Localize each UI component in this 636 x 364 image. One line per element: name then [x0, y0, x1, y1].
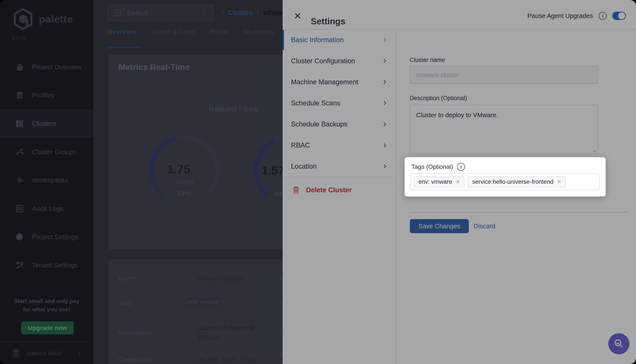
info-description-line1: Cluster to deploy to — [198, 324, 255, 332]
cpu-value: 1.75 — [167, 162, 190, 176]
pause-agent-upgrades-row: Pause Agent Upgrades i — [527, 10, 626, 22]
tab-usage-costs[interactable]: Usage & Costs — [151, 28, 195, 38]
resize-handle-icon[interactable] — [592, 148, 596, 152]
menu-item-basic-information[interactable]: Basic Information — [283, 30, 396, 50]
info-tags-label: Tags — [118, 299, 132, 306]
tag-text: service:hello-universe-frontend — [472, 178, 553, 185]
description-label: Description (Optional) — [410, 95, 467, 102]
menu-item-schedule-scans[interactable]: Schedule Scans — [283, 93, 396, 114]
breadcrumb-clusters-link[interactable]: Clusters — [228, 9, 252, 16]
tab-workloads[interactable]: Workloads — [243, 28, 274, 38]
breadcrumb-separator: / — [257, 8, 259, 17]
sidebar-item-label: Workspaces — [32, 176, 68, 184]
settings-title: Settings — [311, 16, 346, 26]
sidebar-item-project-settings[interactable]: Project Settings — [0, 222, 93, 251]
project-icon — [114, 9, 122, 17]
menu-item-location[interactable]: Location — [283, 156, 396, 177]
close-icon[interactable]: ✕ — [291, 10, 304, 22]
cluster-name-input[interactable] — [410, 66, 598, 84]
chevron-right-icon — [382, 164, 388, 169]
sidebar-item-label: Audit Logs — [32, 205, 63, 212]
sidebar-item-profiles[interactable]: Profiles — [0, 81, 93, 109]
brand-logo: palette — [12, 8, 73, 30]
sidebar-item-label: Project Settings — [32, 233, 78, 240]
delete-cluster-button[interactable]: Delete Cluster — [292, 183, 352, 198]
info-name-label: Name — [118, 275, 136, 282]
tags-input[interactable]: env: vmware ✕ service:hello-universe-fro… — [411, 174, 599, 190]
discard-link[interactable]: Discard — [474, 222, 495, 230]
menu-section-divider — [283, 177, 396, 178]
menu-divider-vertical — [396, 30, 396, 364]
tab-overview[interactable]: Overview — [108, 28, 137, 38]
sidebar-item-clusters[interactable]: Clusters — [0, 109, 93, 138]
tag-text: env: vmware — [418, 178, 452, 185]
profiles-icon — [15, 91, 24, 100]
project-selector[interactable]: Default ⌄ — [108, 5, 214, 21]
brand-name: palette — [39, 13, 73, 25]
tag-chip-service-hello-universe-frontend: service:hello-universe-frontend ✕ — [468, 176, 566, 187]
chevron-right-icon — [382, 122, 388, 127]
sidebar-item-tenant-settings[interactable]: Tenant Settings — [0, 251, 93, 279]
memory-value: 1.57 — [261, 164, 283, 177]
sidebar-item-project-overview[interactable]: Project Overview — [0, 53, 93, 81]
sidebar-item-workspaces[interactable]: Workspaces — [0, 166, 93, 194]
cluster-name-label: Cluster name — [410, 57, 445, 64]
info-created-label: Created On — [118, 356, 153, 363]
tag-chip-env-vmware: env: vmware ✕ — [414, 176, 464, 187]
remove-tag-icon[interactable]: ✕ — [456, 179, 460, 184]
save-changes-button[interactable]: Save Changes — [410, 219, 469, 233]
project-overview-icon — [15, 62, 24, 71]
sidebar-footer: spectro cloud ‹ — [0, 342, 93, 364]
magnifier-smile-icon — [613, 338, 624, 350]
toggle-knob — [618, 12, 625, 19]
menu-item-machine-management[interactable]: Machine Management — [283, 72, 396, 93]
info-icon[interactable]: i — [457, 163, 465, 171]
sidebar-item-label: Project Overview — [32, 63, 82, 71]
tags-spotlight-card: Tags (Optional) i env: vmware ✕ service:… — [405, 157, 606, 196]
sidebar-item-cluster-groups[interactable]: Cluster Groups — [0, 138, 93, 166]
remove-tag-icon[interactable]: ✕ — [557, 179, 561, 184]
trash-icon — [292, 186, 300, 194]
form-divider — [410, 212, 628, 212]
sidebar: palette 4.4.19 Project Overview Profiles… — [0, 0, 93, 364]
cpu-label: CPU — [145, 190, 224, 197]
breadcrumb-separator: / — [222, 8, 224, 17]
upgrade-promo: Start small and only pay for what you us… — [0, 297, 93, 314]
pause-agent-upgrades-toggle[interactable] — [612, 12, 626, 20]
clusters-icon — [15, 119, 24, 128]
palette-logo-icon — [12, 8, 34, 30]
help-search-fab[interactable] — [608, 333, 629, 354]
delete-cluster-label: Delete Cluster — [306, 186, 352, 194]
sidebar-item-label: Profiles — [32, 92, 54, 99]
description-textarea[interactable]: Cluster to deploy to VMware. — [410, 105, 598, 154]
info-description-label: Description — [118, 329, 151, 336]
menu-item-cluster-configuration[interactable]: Cluster Configuration — [283, 50, 396, 72]
chevron-right-icon — [382, 58, 388, 64]
menu-item-schedule-backups[interactable]: Schedule Backups — [283, 114, 396, 135]
workspaces-icon — [15, 176, 24, 185]
chevron-right-icon — [382, 100, 388, 106]
cluster-groups-icon — [15, 148, 24, 156]
spectro-cloud-logo-icon — [10, 347, 22, 359]
env-vmware-tag-chip: env: vmware — [187, 296, 220, 307]
tags-label: Tags (Optional) — [411, 163, 453, 170]
info-name-value: vmware-cluster — [198, 275, 243, 282]
spectro-cloud-brand: spectro cloud — [27, 350, 62, 357]
upgrade-now-button[interactable]: Upgrade now — [21, 322, 74, 334]
tab-profile[interactable]: Profile — [210, 28, 229, 38]
sidebar-item-audit-logs[interactable]: Audit Logs — [0, 194, 93, 222]
project-name: Default — [127, 9, 148, 17]
cluster-tabs: Overview Usage & Costs Profile Workloads — [108, 28, 274, 38]
sidebar-item-label: Tenant Settings — [32, 262, 78, 269]
cpu-unit: Cores — [145, 178, 224, 186]
info-icon[interactable]: i — [599, 12, 606, 20]
info-created-value: 24 Sep 2024, 17:26 — [198, 356, 256, 363]
metrics-title: Metrics Real-Time — [118, 62, 190, 72]
sidebar-nav: Project Overview Profiles Clusters Clust… — [0, 53, 93, 279]
metrics-legend: Request / Total — [209, 105, 258, 113]
cpu-total: / 4 — [193, 166, 202, 175]
chevron-down-icon: ⌄ — [202, 10, 207, 16]
menu-item-rbac[interactable]: RBAC — [283, 135, 396, 156]
cpu-gauge-value: 1.75 / 4 — [145, 162, 224, 177]
audit-logs-icon — [15, 204, 24, 213]
